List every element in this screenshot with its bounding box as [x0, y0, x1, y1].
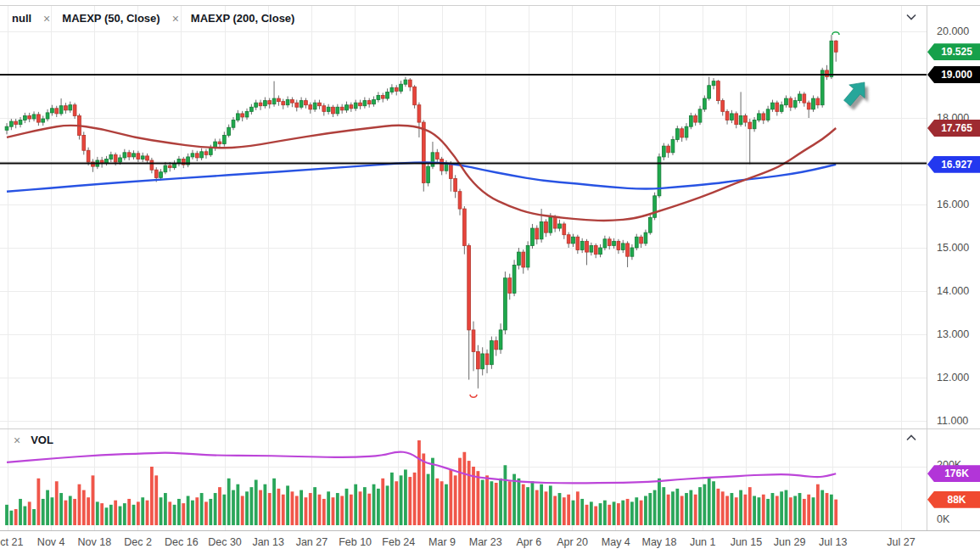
- volume-bar: [798, 493, 802, 525]
- volume-bar: [708, 479, 711, 525]
- time-axis-label: Oct 21: [0, 536, 23, 548]
- legend-item-ma50[interactable]: MAEXP (50, Close): [62, 12, 160, 25]
- volume-bar: [123, 503, 126, 525]
- candle-body: [667, 146, 670, 153]
- candle-body: [608, 239, 611, 246]
- candle-body: [263, 101, 266, 106]
- candle-body: [332, 107, 335, 114]
- candle-body: [644, 232, 647, 244]
- candle-body: [227, 127, 231, 135]
- candle-body: [322, 106, 326, 112]
- candle-body: [123, 153, 126, 158]
- chart-canvas[interactable]: [0, 0, 980, 560]
- collapse-price-pane-button[interactable]: [904, 10, 927, 29]
- volume-bar: [735, 497, 738, 525]
- close-icon[interactable]: ×: [172, 13, 179, 25]
- volume-bar: [422, 453, 425, 525]
- volume-bar: [105, 507, 109, 525]
- candle-body: [19, 120, 22, 125]
- candle-body: [522, 252, 525, 267]
- candle-body: [662, 146, 665, 157]
- candle-body: [653, 196, 657, 217]
- price-axis-label: 15.000: [937, 242, 969, 254]
- candle-body: [675, 129, 679, 140]
- volume-bar: [712, 481, 715, 525]
- candle-body: [141, 156, 144, 160]
- candle-body: [272, 98, 276, 104]
- volume-bar: [535, 490, 539, 525]
- volume-bar: [621, 501, 624, 525]
- volume-bar: [590, 501, 593, 525]
- candle-body: [708, 86, 711, 98]
- candle-body: [739, 115, 742, 124]
- volume-bar: [336, 493, 339, 525]
- candle-body: [354, 103, 357, 109]
- volume-bar: [32, 509, 36, 525]
- close-icon[interactable]: ×: [43, 13, 50, 25]
- volume-bar: [549, 485, 552, 525]
- volume-bar: [400, 475, 403, 525]
- time-axis-label: May 4: [602, 536, 630, 548]
- volume-bar: [485, 475, 489, 525]
- candle-body: [712, 81, 715, 86]
- volume-bar: [381, 479, 384, 525]
- price-axis-label: 13.000: [937, 328, 969, 340]
- candle-body: [408, 80, 412, 87]
- volume-bar: [508, 481, 512, 525]
- candle-body: [395, 87, 398, 91]
- volume-bar: [204, 501, 208, 525]
- candle-body: [249, 107, 253, 111]
- candle-body: [671, 140, 675, 153]
- volume-bar: [46, 490, 49, 525]
- legend-item-ma200[interactable]: MAEXP (200, Close): [191, 12, 295, 25]
- volume-bar: [803, 499, 806, 525]
- volume-bar: [137, 501, 140, 525]
- volume-bar: [462, 452, 466, 525]
- legend-item-series[interactable]: null: [12, 12, 31, 25]
- volume-bar: [51, 497, 54, 525]
- time-axis-label: Apr 20: [557, 536, 588, 548]
- candle-body: [698, 109, 702, 122]
- candle-body: [286, 100, 289, 105]
- close-icon[interactable]: ×: [14, 434, 20, 446]
- candle-body: [340, 107, 344, 110]
- volume-bar: [305, 497, 308, 525]
- volume-bar: [518, 479, 521, 525]
- candle-body: [504, 278, 507, 330]
- candle-body: [82, 135, 86, 150]
- candle-body: [576, 237, 580, 249]
- candle-body: [526, 245, 529, 267]
- candle-body: [594, 245, 597, 254]
- candle-body: [490, 341, 493, 365]
- candle-body: [137, 154, 140, 160]
- volume-bar: [5, 505, 8, 525]
- candle-body: [731, 114, 734, 120]
- candle-body: [23, 115, 26, 120]
- candle-body: [798, 94, 802, 101]
- volume-bar: [395, 481, 398, 525]
- volume-bar: [481, 480, 484, 525]
- volume-bar: [277, 489, 281, 525]
- volume-bar: [685, 493, 688, 525]
- candle-body: [603, 239, 607, 248]
- legend-item-vol[interactable]: VOL: [31, 434, 53, 446]
- candle-body: [753, 120, 756, 129]
- candle-body: [413, 87, 417, 104]
- candle-body: [236, 114, 239, 120]
- volume-bar: [640, 501, 643, 525]
- volume-bar: [87, 497, 90, 525]
- arrow-annotation: [839, 76, 876, 114]
- candle-body: [807, 103, 810, 109]
- volume-bar: [119, 507, 122, 525]
- volume-bar: [431, 458, 434, 525]
- volume-bar: [249, 487, 253, 525]
- collapse-volume-pane-button[interactable]: [904, 431, 927, 450]
- candle-body: [458, 192, 462, 209]
- volume-bar: [9, 511, 13, 525]
- volume-bar: [504, 465, 507, 525]
- volume-bar: [300, 490, 303, 525]
- price-axis-label: 16.000: [937, 199, 969, 210]
- candle-body: [563, 224, 566, 235]
- candle-body: [613, 241, 616, 245]
- volume-bar: [200, 493, 204, 525]
